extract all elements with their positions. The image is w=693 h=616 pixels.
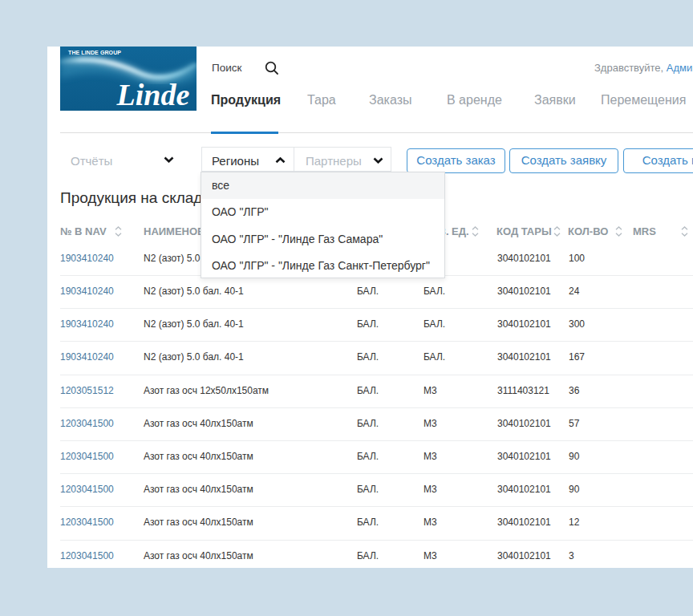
svg-text:THE LINDE GROUP: THE LINDE GROUP <box>68 50 121 55</box>
svg-text:Linde: Linde <box>116 78 190 111</box>
